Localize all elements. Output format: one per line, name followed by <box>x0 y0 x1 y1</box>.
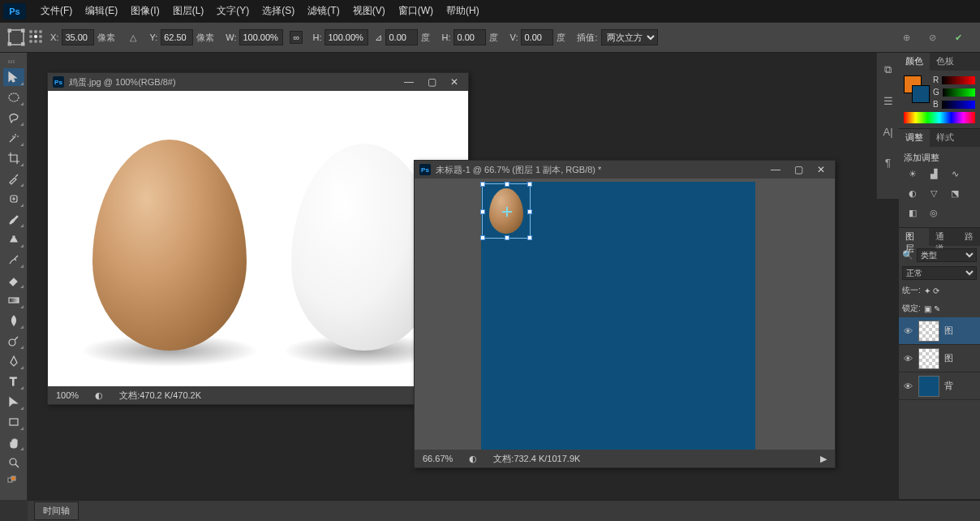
layer-thumb[interactable] <box>918 376 939 397</box>
history-brush-tool[interactable] <box>3 251 24 269</box>
handle-e[interactable] <box>527 209 532 214</box>
tab-styles[interactable]: 样式 <box>930 129 961 147</box>
layer-name[interactable]: 图 <box>944 325 953 337</box>
x-input[interactable] <box>62 29 94 45</box>
docinfo-icon[interactable]: ◐ <box>95 390 103 401</box>
curves-icon[interactable]: ∿ <box>948 167 962 180</box>
handle-n[interactable] <box>505 182 509 187</box>
tab-channels[interactable]: 通道 <box>929 228 959 246</box>
character-panel-icon[interactable]: A| <box>881 124 896 139</box>
cancel-transform-icon[interactable]: ⊘ <box>925 30 939 45</box>
pen-tool[interactable] <box>3 352 24 370</box>
toolbox-grip[interactable] <box>8 60 19 63</box>
skew-v-input[interactable] <box>521 29 553 45</box>
tab-adjustments[interactable]: 调整 <box>899 129 930 147</box>
layer-name[interactable]: 背 <box>944 380 953 392</box>
blur-tool[interactable] <box>3 312 24 329</box>
maximize-button[interactable]: ▢ <box>789 163 807 176</box>
menu-type[interactable]: 文字(Y) <box>210 1 256 21</box>
layer-filter-select[interactable]: 类型 <box>917 248 977 262</box>
statusbar-play-icon[interactable]: ▶ <box>820 454 827 464</box>
levels-icon[interactable]: ▟ <box>926 167 941 180</box>
y-input[interactable] <box>161 29 193 45</box>
close-button[interactable]: ✕ <box>812 163 830 176</box>
visibility-icon[interactable]: 👁 <box>902 326 913 336</box>
titlebar-egg[interactable]: Ps 鸡蛋.jpg @ 100%(RGB/8#) — ▢ ✕ <box>48 73 468 91</box>
handle-w[interactable] <box>480 209 485 214</box>
link-wh-icon[interactable]: ∞ <box>290 31 303 44</box>
shape-tool[interactable] <box>3 413 24 431</box>
dodge-tool[interactable] <box>3 332 24 350</box>
blend-mode-select[interactable]: 正常 <box>902 266 977 280</box>
type-tool[interactable]: T <box>3 372 24 390</box>
spectrum-bar[interactable] <box>904 112 975 123</box>
zoom-tool[interactable] <box>3 454 24 471</box>
layer-row[interactable]: 👁 背 <box>899 372 980 400</box>
hue-sat-icon[interactable]: ⬔ <box>948 187 962 200</box>
vibrance-icon[interactable]: ▽ <box>926 187 941 200</box>
tab-timeline[interactable]: 时间轴 <box>34 502 79 520</box>
paragraph-panel-icon[interactable]: ¶ <box>881 155 896 170</box>
document-window-untitled[interactable]: Ps 未标题-1 @ 66.7% (图层 1 副本, RGB/8) * — ▢ … <box>414 160 836 468</box>
visibility-icon[interactable]: 👁 <box>902 381 913 391</box>
titlebar-untitled[interactable]: Ps 未标题-1 @ 66.7% (图层 1 副本, RGB/8) * — ▢ … <box>415 161 835 179</box>
b-slider[interactable] <box>942 101 975 109</box>
minimize-button[interactable]: — <box>767 163 784 176</box>
visibility-icon[interactable]: 👁 <box>902 354 913 364</box>
properties-panel-icon[interactable]: ☰ <box>881 93 896 108</box>
background-swatch[interactable] <box>912 85 930 103</box>
w-input[interactable] <box>239 29 283 45</box>
g-slider[interactable] <box>943 88 975 97</box>
handle-ne[interactable] <box>527 182 532 187</box>
exposure-icon[interactable]: ◐ <box>905 187 920 200</box>
h-input[interactable] <box>325 29 368 45</box>
tab-paths[interactable]: 路 <box>958 228 980 246</box>
handle-sw[interactable] <box>480 235 485 240</box>
bw-icon[interactable]: ◧ <box>905 206 920 219</box>
r-slider[interactable] <box>942 76 975 84</box>
close-button[interactable]: ✕ <box>445 75 463 88</box>
brush-tool[interactable] <box>3 210 24 228</box>
move-tool[interactable] <box>3 68 24 86</box>
tab-layers[interactable]: 图层 <box>899 228 929 246</box>
canvas-egg[interactable] <box>48 91 468 386</box>
menu-layer[interactable]: 图层(L) <box>166 1 211 21</box>
warp-icon[interactable]: ⊕ <box>899 30 913 45</box>
eyedropper-tool[interactable] <box>3 170 24 187</box>
menu-file[interactable]: 文件(F) <box>34 1 79 21</box>
layer-thumb[interactable] <box>918 321 939 342</box>
menu-help[interactable]: 帮助(H) <box>440 1 486 21</box>
healing-brush-tool[interactable] <box>3 190 24 208</box>
history-panel-icon[interactable]: ⧉ <box>881 62 896 77</box>
handle-s[interactable] <box>505 235 509 240</box>
lasso-tool[interactable] <box>3 109 24 127</box>
lock-icons[interactable]: ▣ ✎ <box>924 304 940 313</box>
path-selection-tool[interactable] <box>3 393 24 411</box>
minimize-button[interactable]: — <box>400 75 418 88</box>
unify-icons[interactable]: ✦ ⟳ <box>924 286 939 295</box>
commit-transform-icon[interactable]: ✔ <box>951 30 965 45</box>
magic-wand-tool[interactable] <box>3 129 24 147</box>
menu-edit[interactable]: 编辑(E) <box>79 1 124 21</box>
hand-tool[interactable] <box>3 433 24 451</box>
layer-name[interactable]: 图 <box>944 352 953 364</box>
photo-filter-icon[interactable]: ◎ <box>926 206 941 219</box>
zoom-value[interactable]: 66.67% <box>423 454 453 463</box>
eraser-tool[interactable] <box>3 271 24 289</box>
docinfo-icon[interactable]: ◐ <box>469 454 477 464</box>
layer-row[interactable]: 👁 图 <box>899 317 980 345</box>
swap-xy-icon[interactable]: △ <box>123 28 143 47</box>
gradient-tool[interactable] <box>3 291 24 309</box>
tab-swatches[interactable]: 色板 <box>930 53 961 71</box>
marquee-tool[interactable] <box>3 88 24 106</box>
transform-bounding-box[interactable] <box>482 183 531 239</box>
handle-se[interactable] <box>527 235 532 240</box>
zoom-value[interactable]: 100% <box>56 390 79 400</box>
layer-row[interactable]: 👁 图 <box>899 345 980 372</box>
crop-tool[interactable] <box>3 149 24 167</box>
skew-h-input[interactable] <box>453 29 486 45</box>
tab-color[interactable]: 颜色 <box>899 53 930 71</box>
menu-filter[interactable]: 滤镜(T) <box>301 1 346 21</box>
brightness-icon[interactable]: ☀ <box>905 167 920 180</box>
transform-center-icon[interactable] <box>502 207 512 217</box>
